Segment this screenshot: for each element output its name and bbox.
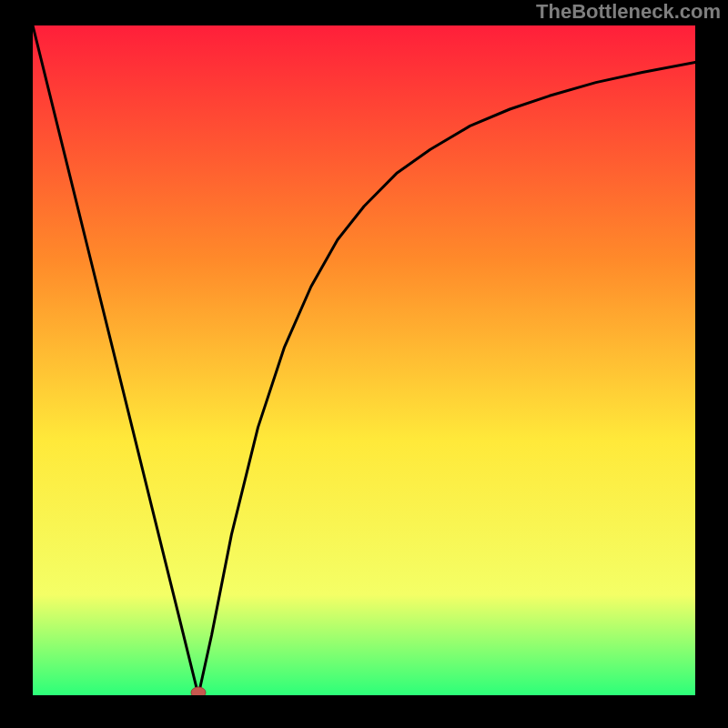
gradient-background (33, 25, 695, 695)
chart-frame: TheBottleneck.com (0, 0, 728, 728)
bottleneck-plot (33, 25, 695, 695)
optimal-point-marker (191, 687, 206, 695)
watermark-text: TheBottleneck.com (536, 0, 721, 24)
plot-area (33, 25, 695, 695)
